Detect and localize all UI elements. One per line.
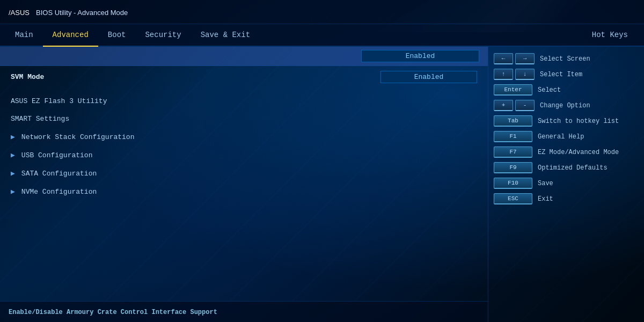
hotkey-select-item-desc: Select Item <box>540 71 639 78</box>
hotkey-tab: Tab Switch to hotkey list <box>494 115 639 127</box>
hotkey-f1-desc: General Help <box>538 133 639 141</box>
menu-item-smart[interactable]: SMART Settings <box>0 110 488 128</box>
sata-arrow-icon: ▶ <box>11 169 15 178</box>
main-content: Enabled SVM Mode Enabled ASUS EZ Flash 3… <box>0 47 644 322</box>
hotkey-select-item: ↑ ↓ Select Item <box>494 69 639 80</box>
menu-items-list: ASUS EZ Flash 3 Utility SMART Settings ▶… <box>0 88 488 301</box>
usb-arrow-icon: ▶ <box>11 151 15 159</box>
hotkey-esc-desc: Exit <box>538 195 639 203</box>
left-panel: Enabled SVM Mode Enabled ASUS EZ Flash 3… <box>0 47 488 322</box>
armoury-row[interactable]: Enabled <box>0 47 488 66</box>
menu-item-nvme[interactable]: ▶ NVMe Configuration <box>0 182 488 201</box>
key-up: ↑ <box>494 69 513 80</box>
smart-label: SMART Settings <box>11 115 69 123</box>
sata-label: SATA Configuration <box>21 170 97 178</box>
hotkey-f7-desc: EZ Mode/Advanced Mode <box>538 149 639 156</box>
hotkey-enter: Enter Select <box>494 84 639 96</box>
hotkey-esc-key: ESC <box>494 193 532 204</box>
hotkey-tab-key: Tab <box>494 115 532 127</box>
hotkey-tab-desc: Switch to hotkey list <box>538 118 639 125</box>
network-label: Network Stack Configuration <box>21 133 135 141</box>
asus-logo: /ASUS BIOS Utility - Advanced Mode <box>9 6 128 18</box>
svm-row[interactable]: SVM Mode Enabled <box>0 66 488 88</box>
hotkey-change-option: + - Change Option <box>494 100 639 111</box>
nav-item-main[interactable]: Main <box>5 24 43 46</box>
hotkey-f1: F1 General Help <box>494 131 639 142</box>
armoury-value[interactable]: Enabled <box>361 50 479 62</box>
hotkey-enter-desc: Select <box>538 86 639 94</box>
nav-item-boot[interactable]: Boot <box>98 24 136 46</box>
svm-value[interactable]: Enabled <box>380 71 477 83</box>
svm-label: SVM Mode <box>11 73 44 81</box>
hotkey-f9-key: F9 <box>494 162 532 173</box>
hotkey-f7-key: F7 <box>494 147 532 158</box>
menu-item-network[interactable]: ▶ Network Stack Configuration <box>0 128 488 146</box>
hotkey-ud-keys: ↑ ↓ <box>494 69 535 80</box>
ez-flash-label: ASUS EZ Flash 3 Utility <box>11 97 107 105</box>
status-bar: Enable/Disable Armoury Crate Control Int… <box>0 301 488 322</box>
key-minus: - <box>515 100 535 111</box>
bios-title: BIOS Utility - Advanced Mode <box>36 9 128 17</box>
status-text: Enable/Disable Armoury Crate Control Int… <box>9 309 217 316</box>
menu-item-usb[interactable]: ▶ USB Configuration <box>0 146 488 164</box>
key-tab: Tab <box>494 115 532 127</box>
hotkey-f9: F9 Optimized Defaults <box>494 162 639 173</box>
hotkey-plusminus-keys: + - <box>494 100 535 111</box>
hotkey-esc: ESC Exit <box>494 193 639 204</box>
hotkey-enter-key: Enter <box>494 84 532 96</box>
hot-keys-label: Hot Keys <box>592 31 639 39</box>
hotkeys-panel: ← → Select Screen ↑ ↓ Select Item Enter … <box>488 47 644 322</box>
hotkey-f9-desc: Optimized Defaults <box>538 164 639 172</box>
network-arrow-icon: ▶ <box>11 133 15 141</box>
nav-item-save-exit[interactable]: Save & Exit <box>191 24 260 46</box>
nvme-arrow-icon: ▶ <box>11 187 15 196</box>
key-f7: F7 <box>494 147 532 158</box>
key-left: ← <box>494 53 513 64</box>
key-right: → <box>515 53 535 64</box>
nav-item-advanced[interactable]: Advanced <box>43 24 98 47</box>
key-down: ↓ <box>515 69 535 80</box>
bios-header: /ASUS BIOS Utility - Advanced Mode <box>0 0 644 24</box>
usb-label: USB Configuration <box>21 151 93 159</box>
nav-bar: Main Advanced Boot Security Save & Exit … <box>0 24 644 47</box>
nvme-label: NVMe Configuration <box>21 188 97 196</box>
hotkey-select-screen-desc: Select Screen <box>540 55 639 63</box>
key-f10: F10 <box>494 178 532 189</box>
menu-item-ez-flash[interactable]: ASUS EZ Flash 3 Utility <box>0 92 488 110</box>
hotkey-change-option-desc: Change Option <box>540 102 639 109</box>
key-esc: ESC <box>494 193 532 204</box>
menu-item-sata[interactable]: ▶ SATA Configuration <box>0 164 488 182</box>
hotkey-f10-key: F10 <box>494 178 532 189</box>
key-enter: Enter <box>494 84 532 96</box>
nav-item-security[interactable]: Security <box>135 24 191 46</box>
hotkey-select-screen: ← → Select Screen <box>494 53 639 64</box>
hotkey-f1-key: F1 <box>494 131 532 142</box>
logo-text: /ASUS <box>9 9 30 17</box>
key-plus: + <box>494 100 513 111</box>
hotkey-lr-keys: ← → <box>494 53 535 64</box>
hotkey-f10-desc: Save <box>538 180 639 187</box>
hotkey-f10: F10 Save <box>494 178 639 189</box>
key-f9: F9 <box>494 162 532 173</box>
key-f1: F1 <box>494 131 532 142</box>
hotkey-f7: F7 EZ Mode/Advanced Mode <box>494 147 639 158</box>
